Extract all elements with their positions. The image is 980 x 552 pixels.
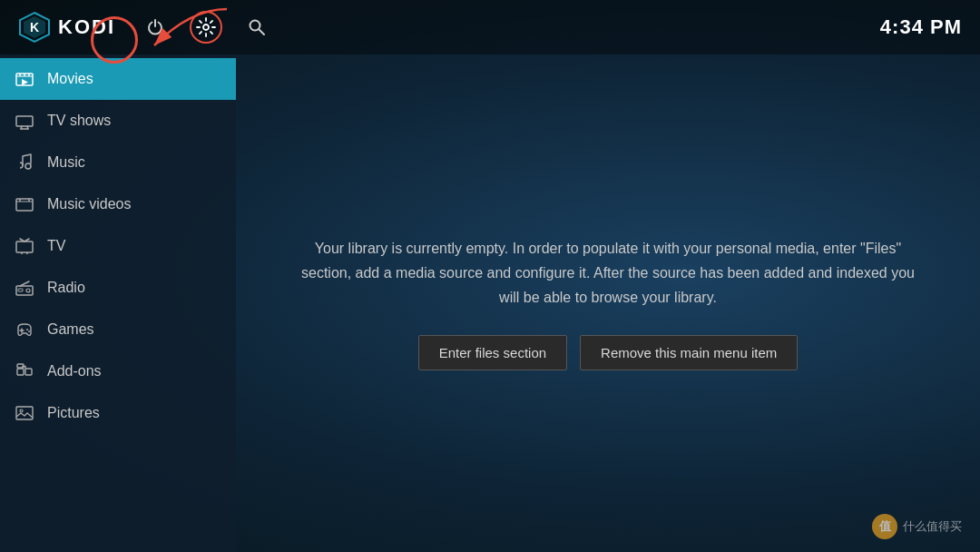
svg-line-6 xyxy=(259,29,264,34)
sidebar-label-tv: TV xyxy=(47,238,65,254)
sidebar-label-addons: Add-ons xyxy=(47,363,102,380)
tv-icon xyxy=(15,236,34,256)
svg-rect-35 xyxy=(25,369,32,375)
sidebar-item-addons[interactable]: Add-ons xyxy=(0,350,236,392)
addons-icon xyxy=(15,361,34,381)
sidebar: Movies TV shows xyxy=(0,54,236,552)
topbar-icons xyxy=(139,11,273,44)
settings-icon xyxy=(196,17,216,37)
content-area: Your library is currently empty. In orde… xyxy=(236,54,980,552)
clock: 4:34 PM xyxy=(880,15,962,39)
sidebar-label-games: Games xyxy=(47,321,94,338)
sidebar-item-music[interactable]: Music xyxy=(0,142,236,183)
svg-marker-12 xyxy=(22,79,28,85)
sidebar-item-games[interactable]: Games xyxy=(0,309,236,350)
svg-point-38 xyxy=(20,409,23,412)
radio-icon xyxy=(15,278,34,298)
kodi-logo: K KODI xyxy=(18,11,115,44)
search-icon xyxy=(248,18,266,36)
musicvideos-icon xyxy=(15,194,34,214)
svg-rect-13 xyxy=(16,116,33,126)
topbar-left: K KODI xyxy=(18,11,273,44)
games-icon xyxy=(15,320,34,340)
svg-point-33 xyxy=(28,330,30,332)
svg-text:K: K xyxy=(30,20,39,34)
power-button[interactable] xyxy=(139,11,172,44)
sidebar-item-movies[interactable]: Movies xyxy=(0,58,236,100)
settings-button[interactable] xyxy=(190,11,222,44)
sidebar-item-pictures[interactable]: Pictures xyxy=(0,392,236,434)
pictures-icon xyxy=(15,403,34,423)
search-button[interactable] xyxy=(240,11,273,44)
svg-rect-34 xyxy=(17,369,24,375)
enter-files-button[interactable]: Enter files section xyxy=(418,335,567,370)
remove-menu-item-button[interactable]: Remove this main menu item xyxy=(580,335,798,370)
svg-point-32 xyxy=(26,329,28,330)
music-icon xyxy=(15,153,34,172)
empty-library-message: Your library is currently empty. In orde… xyxy=(299,236,916,310)
sidebar-label-radio: Radio xyxy=(47,280,85,296)
sidebar-item-tv[interactable]: TV xyxy=(0,225,236,267)
svg-rect-29 xyxy=(18,289,23,291)
topbar: K KODI xyxy=(0,0,980,54)
sidebar-label-pictures: Pictures xyxy=(47,405,100,421)
action-buttons: Enter files section Remove this main men… xyxy=(299,335,916,370)
svg-point-28 xyxy=(26,289,30,292)
sidebar-item-tvshows[interactable]: TV shows xyxy=(0,100,236,142)
content-inner: Your library is currently empty. In orde… xyxy=(299,236,916,371)
main-layout: Movies TV shows xyxy=(0,54,980,552)
tvshows-icon xyxy=(15,111,34,131)
sidebar-label-tvshows: TV shows xyxy=(47,113,111,129)
sidebar-label-music: Music xyxy=(47,154,85,171)
sidebar-label-musicvideos: Music videos xyxy=(47,196,131,212)
sidebar-item-musicvideos[interactable]: Music videos xyxy=(0,183,236,225)
kodi-brand-icon: K xyxy=(18,11,51,44)
sidebar-item-radio[interactable]: Radio xyxy=(0,267,236,309)
power-icon xyxy=(146,18,164,36)
movies-icon xyxy=(15,69,34,89)
svg-rect-37 xyxy=(16,407,33,419)
app-title: KODI xyxy=(58,15,115,39)
svg-point-4 xyxy=(203,25,209,30)
svg-rect-22 xyxy=(16,242,33,252)
svg-point-17 xyxy=(25,163,31,169)
svg-rect-18 xyxy=(16,199,33,211)
sidebar-label-movies: Movies xyxy=(47,71,93,87)
